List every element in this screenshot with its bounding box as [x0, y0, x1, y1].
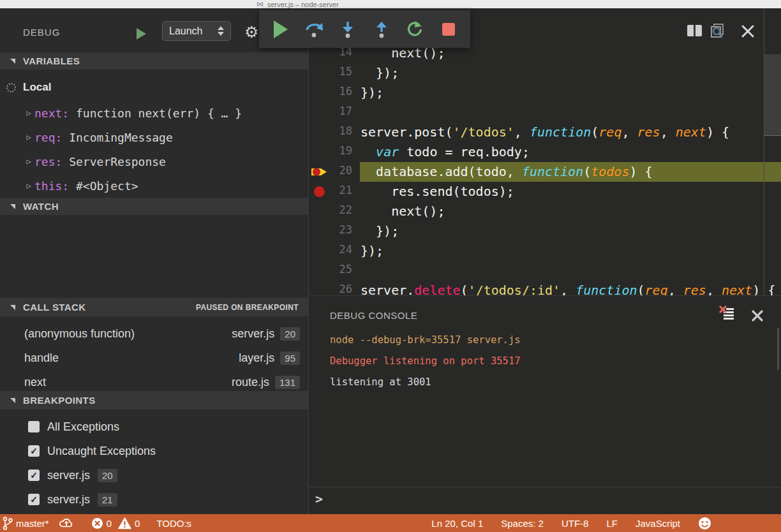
line-number: 25 [321, 263, 352, 276]
clear-console-icon[interactable] [718, 305, 736, 321]
callstack-section-header[interactable]: CALL STACK PAUSED ON BREAKPOINT [0, 298, 309, 316]
breakpoint-label: server.js [47, 493, 90, 506]
callstack-frame-row[interactable]: (anonymous function)server.js20 [0, 321, 309, 346]
breakpoint-row[interactable]: ✓Uncaught Exceptions [0, 439, 309, 463]
play-icon [274, 20, 288, 38]
branch-name: master* [16, 518, 49, 529]
code-token: next(); [361, 203, 445, 219]
debug-config-select[interactable]: Launch [162, 21, 231, 41]
git-branch-item[interactable]: master* [3, 516, 49, 531]
code-line[interactable]: 24}); [309, 241, 781, 261]
variables-scope-row[interactable]: Local [6, 75, 315, 100]
step-out-button[interactable] [371, 17, 392, 42]
encoding-item[interactable]: UTF-8 [562, 518, 589, 529]
code-token: ( [461, 283, 468, 295]
variable-value: ServerResponse [62, 155, 166, 168]
line-number: 15 [321, 65, 352, 78]
eol-item[interactable]: LF [606, 518, 618, 529]
editor-scrollbar-thumb[interactable] [764, 54, 781, 136]
variable-name: req: [34, 131, 62, 144]
code-line[interactable]: 16}); [309, 83, 781, 103]
breakpoint-row[interactable]: ✓server.js20 [0, 463, 309, 487]
code-line[interactable]: 20 database.add(todo, function(todos) { [309, 162, 781, 182]
variable-value: function next(err) { … } [69, 107, 242, 120]
indentation-item[interactable]: Spaces: 2 [501, 518, 544, 529]
code-line[interactable]: 22 next(); [309, 202, 781, 221]
code-text: }); [361, 241, 383, 261]
frame-function-name: next [24, 376, 46, 389]
section-expanded-icon [10, 59, 15, 64]
code-line[interactable]: 18server.post('/todos', function(req, re… [309, 122, 781, 142]
debug-console-panel: DEBUG CONSOLE node --debug-brk=35517 ser… [309, 295, 781, 514]
code-line[interactable]: 21 res.send(todos); [309, 182, 781, 202]
sync-item[interactable] [58, 517, 75, 529]
section-expanded-icon [10, 204, 15, 209]
code-token: }); [361, 85, 383, 100]
variable-value: IncomingMessage [62, 131, 172, 144]
restart-button[interactable] [404, 17, 426, 42]
debug-console-title: DEBUG CONSOLE [330, 310, 417, 321]
breakpoint-row[interactable]: ✓server.js21 [0, 487, 309, 512]
code-token: todos [591, 164, 629, 179]
code-line[interactable]: 23 }); [309, 221, 781, 241]
open-preview-search-icon[interactable] [709, 23, 727, 40]
callstack-header-label: CALL STACK [23, 302, 86, 313]
close-editor-icon[interactable] [741, 24, 755, 38]
close-panel-icon[interactable] [751, 309, 764, 322]
code-token: }); [361, 223, 399, 239]
watch-section-header[interactable]: WATCH [0, 198, 309, 215]
breakpoints-header-label: BREAKPOINTS [23, 395, 96, 406]
language-mode-item[interactable]: JavaScript [636, 518, 680, 529]
code-token: server. [361, 283, 414, 295]
console-output-line: Debugger listening on port 35517 [330, 355, 521, 367]
line-number: 16 [321, 85, 352, 98]
code-line[interactable]: 26server.delete('/todos/:id', function(r… [309, 281, 781, 295]
watch-header-label: WATCH [23, 201, 59, 212]
variable-row[interactable]: ▷req: IncomingMessage [23, 125, 332, 149]
console-input-row[interactable]: > [309, 487, 781, 515]
feedback-smiley-icon[interactable] [698, 517, 711, 530]
panel-scrollbar-thumb[interactable] [777, 328, 779, 370]
frame-line-badge: 95 [280, 351, 300, 365]
code-token: next [722, 283, 752, 295]
step-over-button[interactable] [304, 17, 325, 42]
variable-row[interactable]: ▷next: function next(err) { … } [23, 101, 332, 125]
start-debug-button[interactable] [137, 28, 146, 40]
code-token [361, 144, 376, 159]
breakpoint-checkbox[interactable]: ✓ [28, 469, 40, 481]
errors-item[interactable]: 0 [91, 517, 112, 529]
code-line[interactable]: 19 var todo = req.body; [309, 142, 781, 162]
breakpoint-checkbox[interactable] [28, 421, 40, 432]
breakpoint-checkbox[interactable]: ✓ [28, 445, 40, 457]
cursor-position-item[interactable]: Ln 20, Col 1 [431, 518, 483, 529]
error-icon [91, 517, 103, 529]
debug-actions-toolbar [259, 10, 470, 48]
variables-header-label: VARIABLES [23, 55, 80, 66]
debug-panel-title: DEBUG [23, 27, 60, 38]
collapsed-twisty-icon: ▷ [23, 108, 34, 117]
code-line[interactable]: 17 [309, 103, 781, 122]
step-into-button[interactable] [337, 17, 359, 42]
breakpoint-row[interactable]: All Exceptions [0, 415, 309, 439]
code-editor[interactable]: 14 next();15 });16});1718server.post('/t… [309, 8, 781, 295]
todo-item[interactable]: TODO:s [156, 518, 191, 529]
code-line[interactable]: 25 [309, 261, 781, 281]
continue-button[interactable] [270, 17, 292, 42]
warnings-item[interactable]: 0 [118, 517, 140, 529]
variable-row[interactable]: ▷this: #<Object> [23, 174, 332, 198]
line-number: 20 [321, 164, 352, 177]
code-line[interactable]: 15 }); [309, 63, 781, 83]
code-text: }); [361, 63, 399, 83]
code-text: var todo = req.body; [361, 142, 530, 162]
split-editor-icon[interactable] [687, 25, 702, 36]
frame-file-name: route.js [232, 376, 269, 389]
configure-gear-icon[interactable]: ⚙ [244, 23, 258, 41]
callstack-frame-row[interactable]: handlelayer.js95 [0, 346, 309, 370]
breakpoints-section-header[interactable]: BREAKPOINTS [0, 391, 309, 410]
variable-row[interactable]: ▷res: ServerResponse [23, 149, 332, 174]
variables-section-header[interactable]: VARIABLES [0, 52, 309, 70]
breakpoint-label: Uncaught Exceptions [47, 445, 156, 458]
breakpoint-checkbox[interactable]: ✓ [28, 494, 40, 505]
section-expanded-icon [10, 305, 15, 310]
stop-button[interactable] [438, 17, 459, 42]
